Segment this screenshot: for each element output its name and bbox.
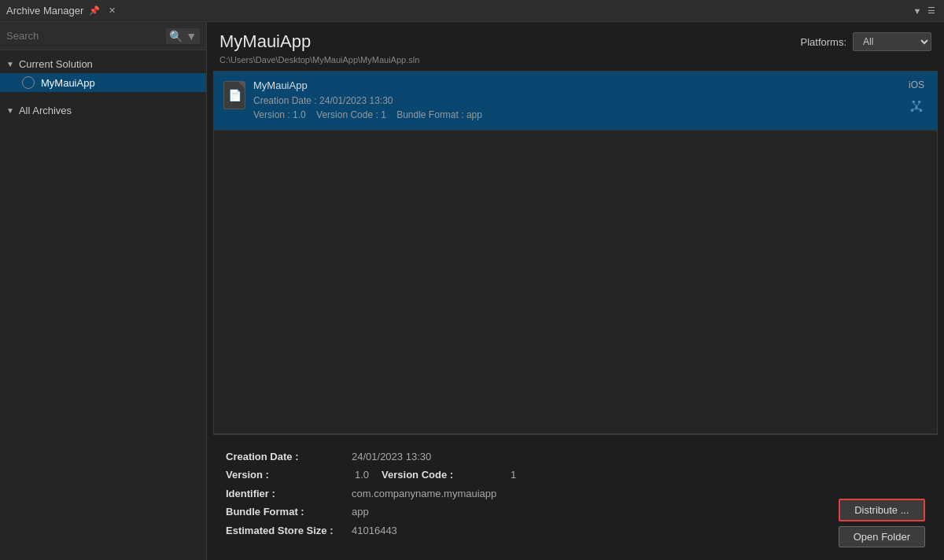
- detail-store-size-label: Estimated Store Size :: [226, 521, 352, 540]
- open-folder-button[interactable]: Open Folder: [839, 526, 925, 547]
- all-archives-header[interactable]: ▼ All Archives: [0, 101, 206, 120]
- current-solution-label: Current Solution: [19, 58, 93, 70]
- version-code-value: 1: [381, 109, 386, 120]
- solution-path: C:\Users\Dave\Desktop\MyMauiApp\MyMauiAp…: [207, 55, 944, 71]
- search-icon: 🔍 ▼: [169, 30, 197, 42]
- detail-identifier-row: Identifier : com.companyname.mymauiapp: [226, 484, 925, 503]
- current-solution-section: ▼ Current Solution MyMauiApp: [0, 50, 206, 97]
- window-controls: ▼ ☰: [911, 5, 938, 17]
- detail-version-code-item: Version Code : 1: [382, 466, 516, 484]
- archive-creation-date: Creation Date : 24/01/2023 13:30: [253, 94, 898, 108]
- svg-line-6: [916, 103, 920, 106]
- version-value: 1.0: [293, 109, 306, 120]
- detail-creation-date-label: Creation Date :: [226, 448, 352, 466]
- title-bar-title: Archive Manager: [6, 5, 83, 17]
- bundle-format-value: app: [466, 109, 482, 120]
- detail-version-item: Version : 1.0: [226, 466, 369, 484]
- archive-list-panel: 📄 MyMauiApp Creation Date : 24/01/2023 1…: [207, 71, 944, 434]
- sidebar-item-mymauiapp[interactable]: MyMauiApp: [0, 73, 206, 92]
- platform-select[interactable]: All iOS Android macOS: [853, 32, 931, 51]
- action-buttons: Distribute ... Open Folder: [839, 499, 925, 547]
- creation-date-value: 24/01/2023 13:30: [319, 95, 393, 106]
- scroll-down-icon[interactable]: ▼: [911, 5, 924, 17]
- sidebar-item-label: MyMauiApp: [41, 77, 95, 89]
- chevron-down-icon-2: ▼: [6, 106, 14, 115]
- creation-date-label: Creation Date :: [253, 95, 317, 106]
- chevron-down-icon: ▼: [6, 60, 14, 68]
- version-label: Version :: [253, 109, 290, 120]
- menu-icon[interactable]: ☰: [925, 5, 938, 17]
- distribute-button[interactable]: Distribute ...: [839, 499, 925, 521]
- title-bar: Archive Manager 📌 ✕ ▼ ☰: [0, 0, 944, 22]
- platforms-label: Platforms:: [800, 36, 846, 48]
- archive-platform: iOS: [905, 79, 927, 117]
- platform-selector: Platforms: All iOS Android macOS: [800, 32, 931, 51]
- detail-version-code-label: Version Code :: [382, 466, 507, 484]
- bundle-format-label: Bundle Format :: [396, 109, 463, 120]
- pin-button[interactable]: 📌: [88, 5, 101, 17]
- all-archives-label: All Archives: [19, 105, 72, 116]
- main-layout: 🔍 ▼ ▼ Current Solution MyMauiApp ▼ All A…: [0, 22, 944, 560]
- detail-version-value: 1.0: [355, 466, 369, 484]
- content-area: MyMauiApp Platforms: All iOS Android mac…: [207, 22, 944, 560]
- platform-label: iOS: [909, 79, 924, 90]
- detail-bundle-format-value: app: [352, 503, 369, 521]
- detail-identifier-value: com.companyname.mymauiapp: [352, 484, 496, 503]
- sidebar: 🔍 ▼ ▼ Current Solution MyMauiApp ▼ All A…: [0, 22, 207, 560]
- app-title: MyMauiApp: [219, 31, 311, 52]
- detail-creation-date-value: 24/01/2023 13:30: [352, 448, 431, 466]
- project-icon: [22, 76, 35, 89]
- version-code-label: Version Code :: [316, 109, 378, 120]
- search-bar: 🔍 ▼: [0, 22, 206, 50]
- archive-info: MyMauiApp Creation Date : 24/01/2023 13:…: [253, 79, 898, 122]
- content-header: MyMauiApp Platforms: All iOS Android mac…: [207, 22, 944, 55]
- ios-icon: [905, 95, 927, 117]
- detail-identifier-label: Identifier :: [226, 484, 352, 503]
- detail-version-row: Version : 1.0 Version Code : 1: [226, 466, 925, 484]
- close-button[interactable]: ✕: [105, 5, 118, 17]
- svg-point-1: [918, 101, 921, 104]
- detail-creation-date-row: Creation Date : 24/01/2023 13:30: [226, 448, 925, 466]
- detail-version-label: Version :: [226, 466, 352, 484]
- all-archives-section: ▼ All Archives: [0, 97, 206, 124]
- archive-name: MyMauiApp: [253, 79, 898, 91]
- archive-file-icon: 📄: [223, 81, 245, 109]
- archive-version-line: Version : 1.0 Version Code : 1 Bundle Fo…: [253, 108, 898, 122]
- file-icon: 📄: [228, 89, 242, 101]
- detail-store-size-row: Estimated Store Size : 41016443: [226, 521, 925, 540]
- search-button[interactable]: 🔍 ▼: [166, 28, 200, 44]
- svg-point-0: [913, 101, 916, 104]
- detail-store-size-value: 41016443: [352, 521, 397, 540]
- title-bar-left: Archive Manager 📌 ✕: [6, 5, 118, 17]
- svg-line-5: [913, 103, 916, 106]
- archive-row[interactable]: 📄 MyMauiApp Creation Date : 24/01/2023 1…: [214, 72, 937, 131]
- detail-bundle-format-label: Bundle Format :: [226, 503, 352, 521]
- detail-panel: Creation Date : 24/01/2023 13:30 Version…: [213, 434, 938, 560]
- detail-bundle-format-row: Bundle Format : app: [226, 503, 925, 521]
- detail-version-code-value: 1: [511, 466, 516, 484]
- archive-list-scroll[interactable]: 📄 MyMauiApp Creation Date : 24/01/2023 1…: [213, 71, 938, 434]
- current-solution-header[interactable]: ▼ Current Solution: [0, 55, 206, 73]
- search-input[interactable]: [6, 30, 161, 42]
